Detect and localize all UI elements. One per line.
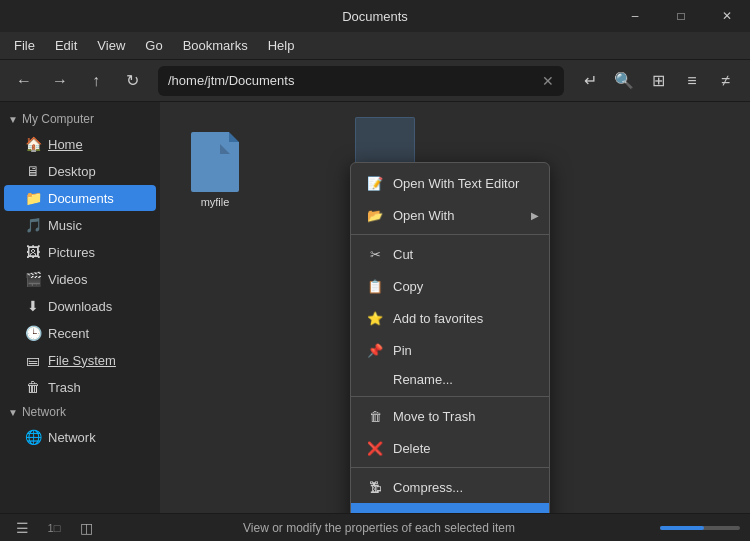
sidebar-item-label-downloads: Downloads	[48, 299, 112, 314]
properties-icon: ℹ	[365, 509, 385, 513]
ctx-sep-1	[351, 234, 549, 235]
list-view-button[interactable]: ≡	[676, 65, 708, 97]
forward-button[interactable]: →	[44, 65, 76, 97]
move-trash-icon: 🗑	[365, 406, 385, 426]
music-icon: 🎵	[24, 216, 42, 234]
ctx-pin[interactable]: 📌 Pin	[351, 334, 549, 366]
ctx-properties[interactable]: ℹ Properties	[351, 503, 549, 513]
sidebar-item-trash[interactable]: 🗑 Trash	[4, 374, 156, 400]
ctx-copy-label: Copy	[393, 279, 423, 294]
statusbar-btn-1[interactable]: ☰	[10, 516, 34, 540]
minimize-button[interactable]: –	[612, 0, 658, 32]
sidebar-item-label-pictures: Pictures	[48, 245, 95, 260]
filesystem-icon: 🖴	[24, 351, 42, 369]
back-button[interactable]: ←	[8, 65, 40, 97]
ctx-open-with[interactable]: 📂 Open With ▶	[351, 199, 549, 231]
compress-icon: 🗜	[365, 477, 385, 497]
zoom-fill	[660, 526, 704, 530]
sidebar-item-downloads[interactable]: ⬇ Downloads	[4, 293, 156, 319]
statusbar: ☰ 1□ ◫ View or modify the properties of …	[0, 513, 750, 541]
sidebar-item-documents[interactable]: 📁 Documents	[4, 185, 156, 211]
ctx-delete[interactable]: ❌ Delete	[351, 432, 549, 464]
ctx-cut[interactable]: ✂ Cut	[351, 238, 549, 270]
window-controls: – □ ✕	[612, 0, 750, 32]
file-svg	[200, 144, 230, 180]
ctx-rename-label: Rename...	[393, 372, 453, 387]
ctx-move-trash[interactable]: 🗑 Move to Trash	[351, 400, 549, 432]
menu-file[interactable]: File	[4, 34, 45, 57]
ctx-compress-label: Compress...	[393, 480, 463, 495]
statusbar-btn-3[interactable]: ◫	[74, 516, 98, 540]
section-arrow-mycomputer: ▼	[8, 114, 18, 125]
menu-go[interactable]: Go	[135, 34, 172, 57]
menu-bookmarks[interactable]: Bookmarks	[173, 34, 258, 57]
sidebar-item-desktop[interactable]: 🖥 Desktop	[4, 158, 156, 184]
menubar: File Edit View Go Bookmarks Help	[0, 32, 750, 60]
file-item[interactable]: myfile	[180, 132, 250, 208]
ctx-move-trash-label: Move to Trash	[393, 409, 475, 424]
ctx-copy[interactable]: 📋 Copy	[351, 270, 549, 302]
sidebar-item-label-filesystem: File System	[48, 353, 116, 368]
menu-edit[interactable]: Edit	[45, 34, 87, 57]
maximize-button[interactable]: □	[658, 0, 704, 32]
ctx-compress[interactable]: 🗜 Compress...	[351, 471, 549, 503]
sidebar-item-music[interactable]: 🎵 Music	[4, 212, 156, 238]
open-text-editor-icon: 📝	[365, 173, 385, 193]
trash-icon: 🗑	[24, 378, 42, 396]
statusbar-text: View or modify the properties of each se…	[98, 521, 660, 535]
sidebar-item-label-documents: Documents	[48, 191, 114, 206]
sidebar-item-pictures[interactable]: 🖼 Pictures	[4, 239, 156, 265]
sidebar-item-videos[interactable]: 🎬 Videos	[4, 266, 156, 292]
menu-help[interactable]: Help	[258, 34, 305, 57]
downloads-icon: ⬇	[24, 297, 42, 315]
menu-view[interactable]: View	[87, 34, 135, 57]
context-menu: 📝 Open With Text Editor 📂 Open With ▶ ✂ …	[350, 162, 550, 513]
search-button[interactable]: 🔍	[608, 65, 640, 97]
address-bar[interactable]: /home/jtm/Documents ✕	[158, 66, 564, 96]
sidebar-item-label-network: Network	[48, 430, 96, 445]
toolbar-right: ↵ 🔍 ⊞ ≡ ≠	[574, 65, 742, 97]
ctx-delete-label: Delete	[393, 441, 431, 456]
sidebar-item-recent[interactable]: 🕒 Recent	[4, 320, 156, 346]
statusbar-btn-2[interactable]: 1□	[42, 516, 66, 540]
add-favorites-icon: ⭐	[365, 308, 385, 328]
ctx-sep-2	[351, 396, 549, 397]
reload-button[interactable]: ↻	[116, 65, 148, 97]
sidebar-item-home[interactable]: 🏠 Home	[4, 131, 156, 157]
open-with-arrow: ▶	[531, 210, 539, 221]
ctx-add-favorites[interactable]: ⭐ Add to favorites	[351, 302, 549, 334]
path-icon-button[interactable]: ↵	[574, 65, 606, 97]
address-clear-button[interactable]: ✕	[542, 73, 554, 89]
window-title: Documents	[342, 9, 408, 24]
ctx-open-text-editor[interactable]: 📝 Open With Text Editor	[351, 167, 549, 199]
sidebar-section-mycomputer[interactable]: ▼ My Computer	[0, 108, 160, 130]
detail-view-button[interactable]: ≠	[710, 65, 742, 97]
pictures-icon: 🖼	[24, 243, 42, 261]
sidebar-item-label-recent: Recent	[48, 326, 89, 341]
up-button[interactable]: ↑	[80, 65, 112, 97]
ctx-pin-label: Pin	[393, 343, 412, 358]
sidebar-item-label-trash: Trash	[48, 380, 81, 395]
sidebar-section-network[interactable]: ▼ Network	[0, 401, 160, 423]
sidebar-item-filesystem[interactable]: 🖴 File System	[4, 347, 156, 373]
network-icon: 🌐	[24, 428, 42, 446]
sidebar-item-network[interactable]: 🌐 Network	[4, 424, 156, 450]
file-label: myfile	[201, 196, 230, 208]
ctx-open-text-editor-label: Open With Text Editor	[393, 176, 519, 191]
close-button[interactable]: ✕	[704, 0, 750, 32]
toolbar: ← → ↑ ↻ /home/jtm/Documents ✕ ↵ 🔍 ⊞ ≡ ≠	[0, 60, 750, 102]
content-area[interactable]: myfile 📝 Open With Text Editor 📂 Open Wi…	[160, 102, 750, 513]
section-arrow-network: ▼	[8, 407, 18, 418]
recent-icon: 🕒	[24, 324, 42, 342]
statusbar-right	[660, 526, 740, 530]
main-area: ▼ My Computer 🏠 Home 🖥 Desktop 📁 Documen…	[0, 102, 750, 513]
sidebar-item-label-home: Home	[48, 137, 83, 152]
grid-view-button[interactable]: ⊞	[642, 65, 674, 97]
videos-icon: 🎬	[24, 270, 42, 288]
copy-icon: 📋	[365, 276, 385, 296]
sidebar-item-label-desktop: Desktop	[48, 164, 96, 179]
delete-icon: ❌	[365, 438, 385, 458]
file-icon	[191, 132, 239, 192]
ctx-open-with-label: Open With	[393, 208, 454, 223]
ctx-rename[interactable]: Rename...	[351, 366, 549, 393]
